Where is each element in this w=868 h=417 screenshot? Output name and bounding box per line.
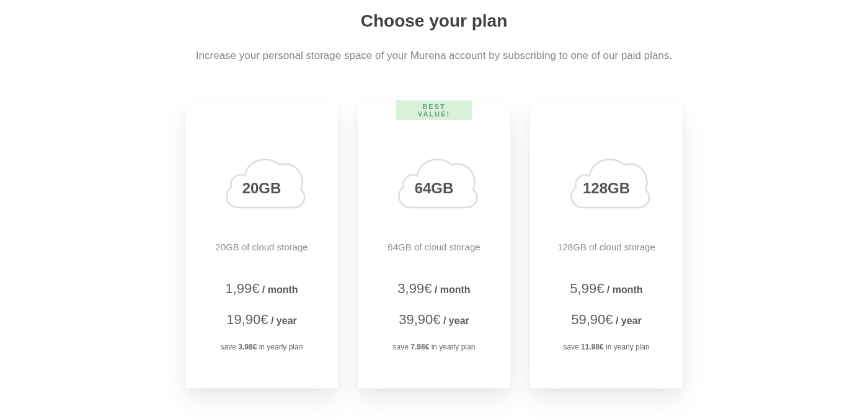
- monthly-price: 1,99€ / month: [198, 281, 326, 297]
- plan-size: 128GB: [583, 180, 630, 197]
- plan-card-128gb[interactable]: 128GB 128GB of cloud storage 5,99€ / mon…: [530, 105, 683, 388]
- plan-card-20gb[interactable]: 20GB 20GB of cloud storage 1,99€ / month…: [185, 105, 338, 388]
- yearly-label: / year: [268, 315, 297, 326]
- plan-size: 64GB: [415, 180, 454, 197]
- plan-card-64gb[interactable]: BEST VALUE! 64GB 64GB of cloud storage 3…: [358, 105, 510, 388]
- yearly-amount: 19,90€: [226, 312, 268, 327]
- savings-note: save 3.98€ in yearly plan: [198, 343, 326, 351]
- page-title: Choose your plan: [0, 11, 868, 31]
- save-amount: 7.98€: [410, 343, 429, 351]
- monthly-price: 3,99€ / month: [370, 281, 498, 297]
- pricing-container: Choose your plan Increase your personal …: [0, 0, 868, 388]
- yearly-price: 59,90€ / year: [542, 312, 670, 328]
- yearly-label: / year: [613, 315, 642, 326]
- monthly-price: 5,99€ / month: [542, 281, 670, 297]
- cloud-icon: 128GB: [560, 149, 653, 217]
- cloud-icon: 20GB: [215, 149, 308, 217]
- save-suffix: in yearly plan: [257, 343, 303, 351]
- save-amount: 3.98€: [238, 343, 257, 351]
- monthly-amount: 5,99€: [570, 281, 604, 296]
- plans-row: 20GB 20GB of cloud storage 1,99€ / month…: [0, 105, 868, 388]
- yearly-price: 19,90€ / year: [198, 312, 326, 328]
- save-prefix: save: [393, 343, 411, 351]
- monthly-label: / month: [259, 284, 298, 295]
- save-amount: 11.98€: [581, 343, 604, 351]
- monthly-amount: 1,99€: [225, 281, 259, 296]
- monthly-label: / month: [604, 284, 642, 295]
- plan-size: 20GB: [242, 180, 281, 197]
- yearly-label: / year: [441, 315, 469, 326]
- monthly-amount: 3,99€: [397, 281, 432, 296]
- save-suffix: in yearly plan: [604, 343, 650, 351]
- yearly-price: 39,90€ / year: [370, 312, 498, 328]
- yearly-amount: 39,90€: [399, 312, 440, 327]
- best-value-badge: BEST VALUE!: [396, 100, 472, 120]
- plan-description: 128GB of cloud storage: [542, 242, 670, 252]
- save-prefix: save: [221, 343, 239, 351]
- plan-description: 64GB of cloud storage: [370, 242, 498, 252]
- monthly-label: / month: [432, 284, 470, 295]
- save-prefix: save: [563, 343, 581, 351]
- plan-description: 20GB of cloud storage: [198, 242, 326, 252]
- page-subtitle: Increase your personal storage space of …: [0, 50, 868, 62]
- savings-note: save 7.98€ in yearly plan: [370, 343, 498, 351]
- yearly-amount: 59,90€: [571, 312, 613, 327]
- savings-note: save 11.98€ in yearly plan: [542, 343, 670, 351]
- cloud-icon: 64GB: [388, 149, 480, 217]
- save-suffix: in yearly plan: [429, 343, 475, 351]
